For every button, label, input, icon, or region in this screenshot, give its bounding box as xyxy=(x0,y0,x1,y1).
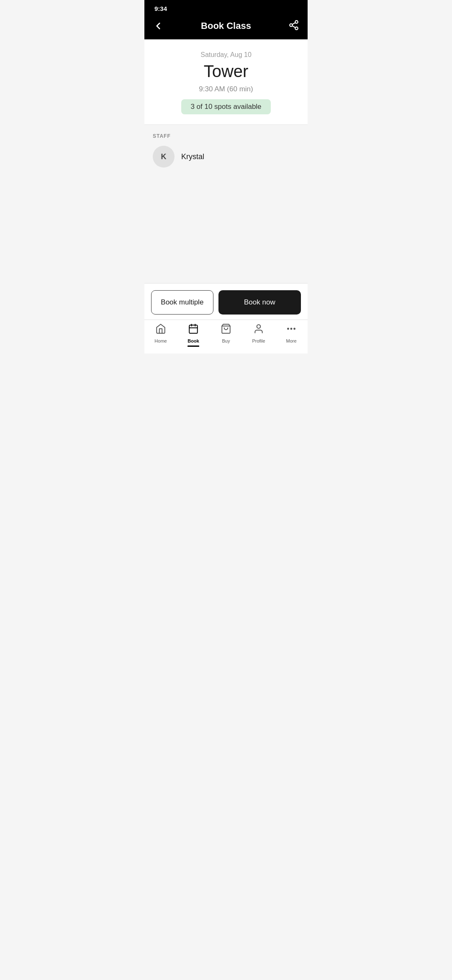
nav-bar: Book Class xyxy=(144,15,308,39)
nav-label-book: Book xyxy=(187,338,199,343)
nav-item-buy[interactable]: Buy xyxy=(210,323,242,343)
more-icon xyxy=(286,323,297,337)
class-name: Tower xyxy=(153,62,299,81)
bottom-nav: Home Book Buy xyxy=(144,320,308,353)
page-title: Book Class xyxy=(201,21,251,31)
staff-avatar-initial: K xyxy=(161,152,167,161)
buy-icon xyxy=(221,323,231,337)
back-button[interactable] xyxy=(153,21,164,31)
nav-item-more[interactable]: More xyxy=(275,323,308,343)
home-icon xyxy=(155,323,166,337)
svg-point-10 xyxy=(257,325,261,328)
class-info-section: Saturday, Aug 10 Tower 9:30 AM (60 min) … xyxy=(144,39,308,125)
svg-point-11 xyxy=(288,328,289,330)
staff-name: Krystal xyxy=(181,152,204,161)
svg-line-4 xyxy=(292,23,295,24)
nav-label-more: More xyxy=(286,338,296,343)
profile-icon xyxy=(253,323,264,337)
class-time: 9:30 AM (60 min) xyxy=(153,85,299,93)
svg-rect-5 xyxy=(189,325,198,333)
nav-item-book[interactable]: Book xyxy=(177,323,210,343)
svg-line-3 xyxy=(292,26,295,28)
class-date: Saturday, Aug 10 xyxy=(153,51,299,59)
staff-avatar: K xyxy=(153,146,175,168)
nav-label-profile: Profile xyxy=(252,338,265,343)
svg-point-13 xyxy=(294,328,295,330)
svg-point-12 xyxy=(291,328,292,330)
share-button[interactable] xyxy=(288,20,299,32)
spots-badge: 3 of 10 spots available xyxy=(181,99,270,114)
action-buttons: Book multiple Book now xyxy=(144,283,308,320)
status-bar: 9:34 xyxy=(144,0,308,15)
active-indicator xyxy=(187,346,199,347)
staff-item: K Krystal xyxy=(153,146,299,168)
book-multiple-button[interactable]: Book multiple xyxy=(151,290,213,315)
main-content: Saturday, Aug 10 Tower 9:30 AM (60 min) … xyxy=(144,39,308,283)
nav-label-home: Home xyxy=(154,338,167,343)
book-icon xyxy=(188,323,199,337)
status-time: 9:34 xyxy=(154,5,167,12)
book-now-button[interactable]: Book now xyxy=(218,290,301,315)
nav-item-home[interactable]: Home xyxy=(144,323,177,343)
nav-item-profile[interactable]: Profile xyxy=(242,323,275,343)
staff-section-label: STAFF xyxy=(153,133,299,139)
staff-section: STAFF K Krystal xyxy=(144,125,308,283)
nav-label-buy: Buy xyxy=(222,338,230,343)
